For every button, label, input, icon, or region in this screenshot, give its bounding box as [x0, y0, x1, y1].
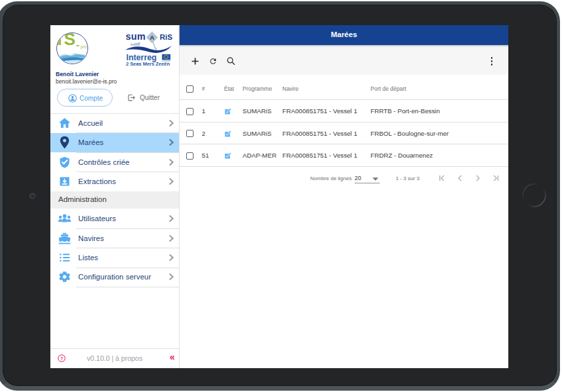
- svg-text:RiS: RiS: [160, 33, 173, 41]
- svg-text:sum: sum: [125, 31, 145, 42]
- svg-text:2 Seas Mers Zeeën: 2 Seas Mers Zeeën: [126, 61, 170, 67]
- svg-text:A: A: [150, 34, 154, 41]
